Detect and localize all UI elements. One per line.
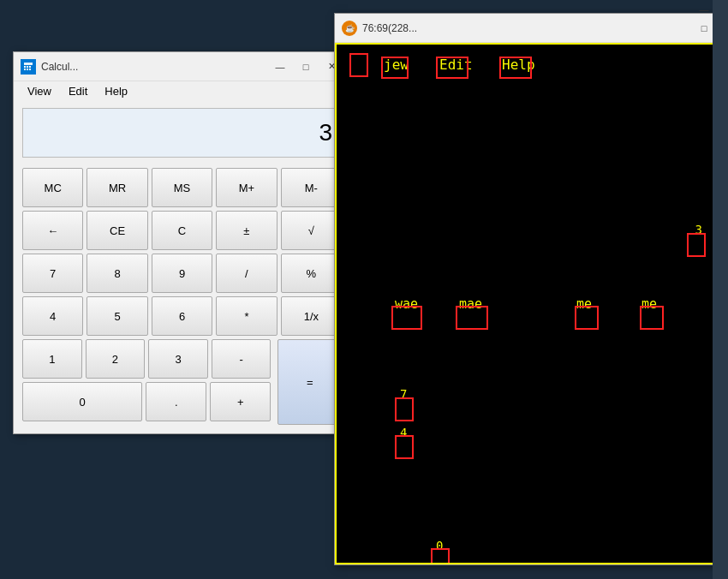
java-titlebar: ☕ 76:69(228... — □ ✕	[335, 14, 723, 43]
svg-rect-5	[24, 69, 26, 70]
calc-win-controls: — □ ✕	[268, 57, 343, 76]
btn-backspace[interactable]: ←	[22, 211, 83, 250]
num-row-456: 4 5 6 * 1/x	[22, 296, 342, 336]
calc-menu-help[interactable]: Help	[98, 83, 134, 99]
memory-row: MC MR MS M+ M-	[22, 168, 342, 207]
desktop-right-edge	[713, 0, 728, 579]
java-outline-3-top	[687, 233, 706, 257]
calc-app-icon	[21, 59, 36, 75]
java-outline-4	[395, 435, 414, 459]
java-outline-7	[395, 397, 414, 421]
btn-percent[interactable]: %	[281, 254, 342, 293]
svg-rect-3	[27, 66, 28, 68]
btn-reciprocal[interactable]: 1/x	[281, 296, 342, 336]
btn-divide[interactable]: /	[216, 254, 277, 293]
btn-dot[interactable]: .	[146, 382, 206, 421]
calc-menubar: View Edit Help	[14, 81, 350, 101]
clear-row: ← CE C ± √	[22, 211, 342, 250]
btn-2[interactable]: 2	[86, 339, 146, 379]
btn-mplus[interactable]: M+	[216, 168, 277, 207]
java-outline-wae	[391, 306, 422, 330]
java-app-icon: ☕	[342, 21, 357, 36]
btn-9[interactable]: 9	[152, 254, 212, 293]
num-row-0dot: 0 . +	[22, 382, 271, 421]
svg-rect-1	[24, 63, 33, 65]
java-outline-jew	[381, 57, 409, 79]
btn-4[interactable]: 4	[22, 296, 83, 336]
btn-0[interactable]: 0	[22, 382, 142, 421]
btn-8[interactable]: 8	[87, 254, 147, 293]
java-title: 76:69(228...	[362, 22, 692, 34]
btn-5[interactable]: 5	[87, 296, 147, 336]
calc-minimize-btn[interactable]: —	[268, 57, 292, 76]
btn-multiply[interactable]: *	[216, 296, 277, 336]
btn-mc[interactable]: MC	[22, 168, 83, 207]
btn-minus[interactable]: -	[212, 339, 272, 379]
num-row-789: 7 8 9 / %	[22, 254, 342, 293]
calc-display-value: 3	[319, 119, 332, 146]
java-outline-edit	[436, 57, 468, 79]
svg-rect-6	[27, 69, 28, 70]
btn-1[interactable]: 1	[22, 339, 82, 379]
btn-equals[interactable]: =	[277, 339, 342, 425]
calc-buttons: MC MR MS M+ M- ← CE C ± √ 7 8 9 / % 4 5 …	[14, 163, 350, 433]
btn-ms[interactable]: MS	[152, 168, 212, 207]
java-icon-topleft	[349, 53, 368, 77]
btn-7[interactable]: 7	[22, 254, 83, 293]
num-row-123-equals: 1 2 3 - 0 . + =	[22, 339, 342, 425]
btn-mminus[interactable]: M-	[281, 168, 342, 207]
btn-ce[interactable]: CE	[87, 211, 147, 250]
calc-titlebar: Calcul... — □ ✕	[14, 52, 350, 81]
java-outline-me2	[640, 306, 664, 330]
java-outline-me1	[575, 306, 599, 330]
btn-3[interactable]: 3	[148, 339, 208, 379]
btn-6[interactable]: 6	[152, 296, 212, 336]
calc-title: Calcul...	[41, 61, 268, 73]
calc-menu-view[interactable]: View	[21, 83, 58, 99]
java-window: ☕ 76:69(228... — □ ✕ jew Edit Help 3 wae…	[334, 13, 724, 565]
svg-rect-2	[24, 66, 26, 68]
btn-sqrt[interactable]: √	[281, 211, 342, 250]
btn-plusminus[interactable]: ±	[216, 211, 277, 250]
calc-maximize-btn[interactable]: □	[294, 57, 318, 76]
btn-c[interactable]: C	[152, 211, 212, 250]
java-canvas: jew Edit Help 3 wae mae me me 7 4 0	[335, 43, 723, 564]
java-outline-mae	[456, 306, 488, 330]
svg-rect-4	[29, 66, 31, 68]
btn-mr[interactable]: MR	[87, 168, 147, 207]
calculator-window: Calcul... — □ ✕ View Edit Help 3 MC MR M…	[13, 51, 351, 434]
calc-menu-edit[interactable]: Edit	[62, 83, 94, 99]
calc-display: 3	[22, 108, 342, 158]
num-row-123: 1 2 3 -	[22, 339, 271, 379]
btn-plus[interactable]: +	[210, 382, 271, 421]
java-outline-help	[499, 57, 532, 79]
svg-rect-7	[29, 69, 31, 70]
java-outline-0	[431, 548, 450, 564]
